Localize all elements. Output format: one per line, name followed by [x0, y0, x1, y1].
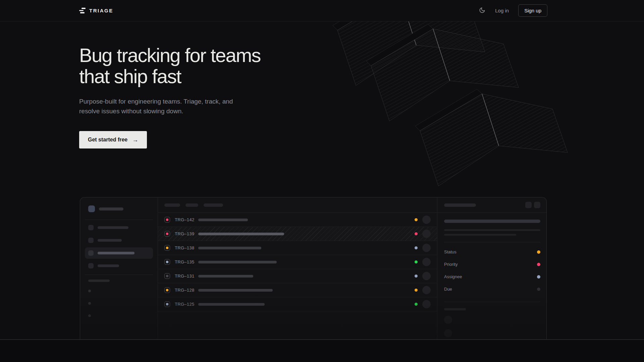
issue-type-icon [164, 287, 170, 293]
issue-assignee-avatar [422, 230, 431, 238]
divider [444, 302, 540, 302]
mock-nav-item [85, 260, 153, 272]
sidebar-section-placeholder [88, 280, 110, 282]
workspace-avatar [88, 205, 95, 212]
issue-assignee-avatar [422, 286, 431, 294]
login-link[interactable]: Log in [495, 8, 509, 13]
mock-panel-body: StatusPriorityAssigneeDue [437, 213, 546, 337]
mock-issue-row: TRG–131 [158, 269, 437, 283]
nav-item-label-placeholder [98, 252, 135, 254]
mock-panel-fields: StatusPriorityAssigneeDue [444, 242, 540, 295]
issue-type-icon [164, 273, 170, 279]
description-line-placeholder [444, 234, 516, 236]
brand-logo[interactable]: TRIAGE [79, 8, 113, 13]
wireframe-shape-3 [415, 89, 568, 186]
sidebar-dot [88, 314, 91, 317]
mock-sidebar-dots [88, 290, 153, 317]
issue-title-placeholder [198, 275, 253, 278]
nav-item-icon [88, 225, 94, 230]
dark-mode-toggle[interactable] [478, 7, 486, 14]
mock-issue-row: TRG–142 [158, 213, 437, 227]
arrow-right-icon: → [132, 137, 138, 143]
app-mockup: TRG–142TRG–139TRG–138TRG–135TRG–131TRG–1… [80, 197, 547, 340]
issue-assignee-avatar [422, 244, 431, 252]
mock-sidebar-nav [85, 222, 153, 272]
panel-field-row: Status [444, 246, 540, 258]
mock-issue-row: TRG–139 [158, 227, 437, 241]
nav-item-icon [88, 238, 94, 243]
issue-assignee-avatar [422, 258, 431, 266]
issue-type-icon-fill [166, 233, 168, 235]
issue-title-placeholder [198, 261, 277, 263]
issue-type-icon [164, 245, 170, 251]
panel-field-label: Assignee [444, 274, 462, 279]
nav-item-icon [88, 250, 94, 256]
mock-panel-header [437, 197, 546, 213]
mock-issue-list: TRG–142TRG–139TRG–138TRG–135TRG–131TRG–1… [158, 213, 437, 311]
mock-nav-item [85, 222, 153, 233]
issue-id: TRG–135 [175, 259, 196, 264]
nav-item-label-placeholder [98, 264, 119, 267]
hero-copy: Bug tracking for teams that ship fast Pu… [79, 21, 334, 148]
issue-type-icon-fill [166, 261, 168, 263]
issue-title-placeholder [198, 289, 273, 292]
issue-id: TRG–131 [175, 274, 196, 279]
mock-panel-activity [444, 316, 540, 337]
signup-button[interactable]: Sign up [518, 4, 547, 17]
issue-title-placeholder [198, 303, 265, 306]
issue-type-icon [164, 217, 170, 223]
issue-title-placeholder [198, 233, 284, 235]
mock-issue-row: TRG–128 [158, 283, 437, 297]
panel-field-row: Priority [444, 258, 540, 270]
triage-bars-icon [79, 8, 86, 13]
panel-title-placeholder [444, 203, 476, 207]
mock-issue-row: TRG–125 [158, 297, 437, 311]
issue-status-dot [415, 303, 418, 306]
issue-assignee-avatar [422, 216, 431, 224]
wireframe-shape-1 [333, 21, 485, 85]
divider [85, 220, 153, 220]
panel-button-placeholder [534, 202, 540, 208]
issue-type-icon-fill [166, 289, 168, 291]
issue-type-icon-fill [166, 303, 168, 305]
issue-id: TRG–138 [175, 245, 196, 250]
activity-section-placeholder [444, 308, 466, 310]
sidebar-dot [88, 302, 91, 305]
mock-detail-panel: StatusPriorityAssigneeDue [437, 197, 546, 340]
mock-issue-list-column: TRG–142TRG–139TRG–138TRG–135TRG–131TRG–1… [158, 197, 437, 340]
issue-type-icon [164, 259, 170, 265]
issue-type-icon-fill [166, 247, 168, 249]
panel-field-dot [537, 263, 540, 266]
site-header: TRIAGE Log in Sign up [0, 0, 644, 21]
issue-id: TRG–125 [175, 302, 196, 307]
activity-avatar-circle [444, 316, 452, 324]
panel-field-dot [537, 250, 540, 254]
issue-type-icon [164, 301, 170, 307]
issue-title-placeholder [198, 219, 248, 221]
issue-id: TRG–139 [175, 231, 196, 236]
issue-status-dot [415, 289, 418, 292]
brand-name: TRIAGE [89, 8, 113, 13]
issue-title-placeholder [198, 247, 261, 249]
issue-id: TRG–142 [175, 217, 196, 222]
mock-workspace-row [85, 205, 153, 212]
header-actions: Log in Sign up [478, 4, 547, 17]
issue-status-dot [415, 218, 418, 221]
issue-status-dot [415, 246, 418, 249]
issue-status-dot [415, 260, 418, 263]
panel-button-placeholder [525, 202, 532, 208]
issue-type-icon [164, 231, 170, 237]
mock-nav-item [85, 247, 153, 259]
issue-id: TRG–128 [175, 288, 196, 293]
hero-subtitle: Purpose-built for engineering teams. Tri… [79, 97, 334, 116]
cta-label: Get started free [88, 137, 127, 143]
panel-field-label: Status [444, 249, 457, 254]
get-started-button[interactable]: Get started free → [79, 131, 147, 148]
panel-field-label: Due [444, 287, 452, 292]
sidebar-dot [88, 290, 91, 292]
issue-type-icon-fill [166, 275, 168, 277]
title-line-1: Bug tracking for teams [79, 44, 261, 66]
toolbar-pill-placeholder [164, 203, 180, 207]
divider [85, 275, 153, 275]
issue-assignee-avatar [422, 300, 431, 308]
